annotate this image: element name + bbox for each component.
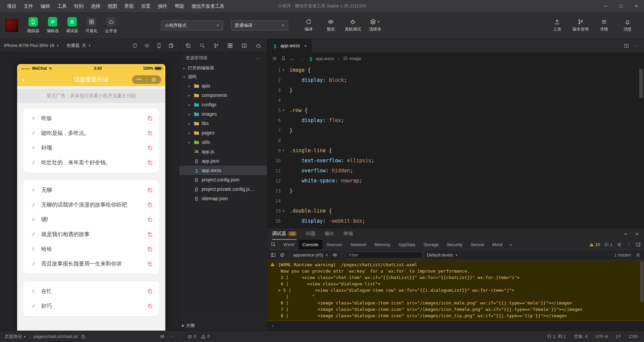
bookmark-icon[interactable] [281,56,286,61]
breadcrumb-file[interactable]: ʒ app.wxss [308,56,334,61]
inspect-element-button[interactable] [267,242,279,247]
refresh-icon[interactable] [132,43,138,48]
eye-icon[interactable] [332,252,337,258]
problems-summary[interactable]: 0 0 [179,334,218,339]
tab-overflow-chevron[interactable]: » [507,242,515,247]
tree-file-app.json[interactable]: {}app.json [179,156,267,166]
tree-folder-libs[interactable]: ▸libs [179,119,267,128]
devtools-tab-memory[interactable]: Memory [371,240,394,249]
clear-console-icon[interactable] [280,252,285,258]
toolbar-compile-button[interactable]: 编译 [298,18,320,32]
devtools-tab-network[interactable]: Network [346,240,371,249]
close-panel-button[interactable] [635,232,639,236]
nav-forward-arrow[interactable]: → [299,56,304,61]
menubar-item[interactable]: 插件 [154,0,171,12]
menubar-item[interactable]: 编辑 [37,0,54,12]
copy-dialogue-button[interactable] [147,261,153,267]
toolbar-cloud-dev-button[interactable]: 云开发 [101,17,121,34]
toolbar-debugger-button[interactable]: 调试器 [62,17,82,34]
toolbar-clear-cache-button[interactable]: ▼清缓存 [364,18,386,32]
hot-reload-toggle[interactable]: 热重载 关 ▼ [67,43,91,49]
devtools-tab-wxml[interactable]: Wxml [279,240,299,249]
copy-dialogue-button[interactable] [147,217,153,222]
tree-folder-configs[interactable]: ▸configs [179,100,267,109]
copy-dialogue-button[interactable] [147,289,153,294]
more-actions-button[interactable]: ··· [256,56,261,61]
nav-back-arrow[interactable]: ← [290,56,295,61]
toolbar-remote-debug-button[interactable]: 真机调试 [342,18,364,32]
toolbar-editor-button[interactable]: 编辑器 [43,17,62,34]
files-icon[interactable] [185,43,191,48]
split-editor-icon[interactable] [624,43,629,48]
menubar-item[interactable]: 项目 [3,0,20,12]
record-icon[interactable] [144,43,150,48]
dock-side-button[interactable] [636,242,641,247]
tree-file-sitemap.json[interactable]: {}sitemap.json [179,194,267,203]
close-button[interactable]: × [629,0,644,12]
maximize-button[interactable]: □ [613,0,629,12]
debug-panel-tab[interactable]: 终端 [343,228,353,240]
minimize-button[interactable]: ─ [598,0,613,12]
toolbar-preview-button[interactable]: 预览 [320,18,342,32]
fold-arrow-icon[interactable]: ▾ [282,146,287,156]
fold-arrow-icon[interactable]: ▾ [282,65,287,75]
copy-dialogue-button[interactable] [147,202,153,208]
tree-file-project.private.config.js[interactable]: {}project.private.config.js… [179,184,267,194]
console-scrollbar[interactable] [640,262,643,302]
device-select[interactable]: iPhone 6/7/8 Plus 85% 16 ▼ [4,43,59,48]
statusbar-item[interactable]: LF [616,334,621,339]
page-path-dropdown[interactable]: 页面路径 ▼ [5,334,26,340]
more-menu-button[interactable]: ••• [132,77,147,81]
devtools-tab-storage[interactable]: Storage [419,240,443,249]
statusbar-item[interactable]: 空格: 4 [574,334,587,340]
source-control-icon[interactable] [214,43,219,48]
close-icon[interactable]: × [303,43,307,49]
debug-panel-tab[interactable]: 输出 [325,228,334,240]
context-select[interactable]: appservice (#5) ▼ [293,252,328,258]
mode-select[interactable]: 小程序模式 ▼ [161,20,223,31]
copy-dialogue-button[interactable] [147,116,153,121]
cloud-icon[interactable] [256,43,261,48]
collapse-panel-button[interactable] [623,232,628,236]
exit-miniprogram-button[interactable] [147,77,161,82]
devtools-settings-button[interactable] [617,242,622,247]
toolbar-message-button[interactable]: 消息 [616,18,639,32]
statusbar-item[interactable]: 行 1, 列 1 [547,334,566,340]
grid-icon[interactable] [227,43,233,48]
device-icon[interactable] [156,43,162,48]
breadcrumb-symbol[interactable]: image [343,56,361,61]
account-avatar[interactable] [5,19,18,32]
copy-dialogue-button[interactable] [147,232,153,237]
outline-list-icon[interactable] [272,56,277,61]
tree-file-app.js[interactable]: JSapp.js [179,147,267,156]
statusbar-item[interactable]: CSS [629,334,638,339]
console-sidebar-icon[interactable] [271,252,276,258]
toolbar-simulator-button[interactable]: 模拟器 [23,17,43,34]
tree-folder-components[interactable]: ▸components [179,91,267,100]
tree-folder-pages[interactable]: ▸pages [179,128,267,137]
devtools-tab-security[interactable]: Security [443,240,467,249]
devtools-tab-console[interactable]: Console [299,240,323,249]
tree-file-project.config.json[interactable]: {}project.config.json [179,175,267,184]
tree-folder-images[interactable]: ▸images [179,109,267,119]
copy-dialogue-button[interactable] [147,187,153,193]
search-icon[interactable] [200,43,205,48]
menubar-item[interactable]: 帮助 [171,0,188,12]
tree-file-app.wxss[interactable]: ʒapp.wxss [179,166,267,175]
back-chevron-icon[interactable]: ‹ [22,73,25,86]
tree-folder-utils[interactable]: ▸utils [179,137,267,147]
menubar-item[interactable]: 界面 [121,0,138,12]
tab-app-wxss[interactable]: ʒ app.wxss × [267,39,312,52]
toolbar-details-button[interactable]: 详情 [593,18,615,32]
toolbar-version-button[interactable]: 版本管理 [570,18,592,32]
statusbar-item[interactable]: UTF-8 [595,334,608,339]
split-editor-icon[interactable] [241,43,247,48]
devtools-tab-appdata[interactable]: AppData [394,240,420,249]
tree-folder-apis[interactable]: ▸apis [179,81,267,91]
more-actions-button[interactable]: ··· [170,334,174,339]
log-levels-select[interactable]: Default levels ▼ [427,252,458,258]
copy-dialogue-button[interactable] [147,160,153,165]
outline-section[interactable]: ▸ 大纲 [179,320,267,331]
menubar-item[interactable]: 视图 [104,0,121,12]
debug-panel-tab[interactable]: 问题 [306,228,315,240]
